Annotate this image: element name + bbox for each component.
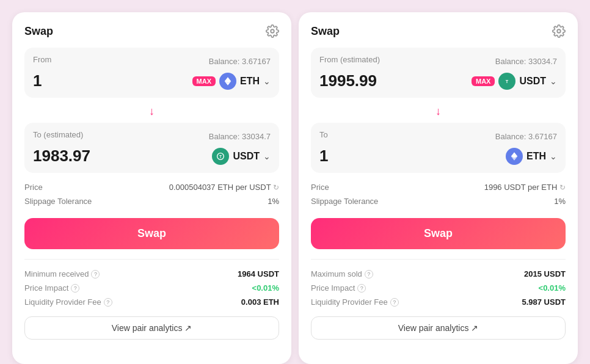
panel-1-slippage-row: Slippage Tolerance 1% [24, 194, 279, 208]
panel-1-divider [24, 259, 279, 260]
panel-2-max-button[interactable]: MAX [472, 76, 495, 86]
panel-1-from-amount: 1 [33, 71, 42, 90]
panel-2-header: Swap [311, 24, 566, 38]
panel-2-liquidity-fee-label: Liquidity Provider Fee ? [311, 297, 399, 307]
panel-1-from-label: From [33, 55, 51, 64]
panel-2-price-value: 1996 USDT per ETH ↻ [484, 183, 566, 192]
panel-1-header: Swap [24, 24, 279, 38]
panel-1-from-row: 1 MAX ETH ⌄ [33, 71, 271, 90]
panel-1-max-button[interactable]: MAX [192, 76, 216, 86]
panel-2-to-balance: Balance: 3.67167 [495, 132, 557, 141]
panel-1-slippage-label: Slippage Tolerance [24, 197, 92, 206]
panel-2-divider [311, 259, 566, 260]
panel-2-stats: Maximum sold ? 2015 USDT Price Impact ? … [311, 264, 566, 311]
panel-2-swap-arrow[interactable]: ↓ [435, 105, 441, 118]
panel-1-price-impact-value: <0.01% [252, 283, 279, 293]
swap-panel-2: Swap From (estimated) Balance: 33034.7 1… [299, 12, 578, 364]
panel-1-swap-arrow[interactable]: ↓ [149, 105, 155, 118]
panel-1-price-label: Price [24, 183, 43, 192]
svg-text:T: T [219, 154, 222, 158]
panel-1-refresh-icon[interactable]: ↻ [273, 183, 279, 192]
svg-point-0 [271, 29, 274, 33]
panel-2-to-row: 1 ETH ⌄ [319, 147, 557, 166]
panel-2-to-label: To [319, 130, 328, 139]
panel-1-to-row: 1983.97 T USDT ⌄ [33, 147, 271, 166]
svg-text:T: T [506, 78, 509, 84]
panel-2-swap-arrow-container: ↓ [311, 100, 566, 123]
panel-2-liquidity-fee-row: Liquidity Provider Fee ? 5.987 USDT [311, 295, 566, 309]
settings-icon-1[interactable] [266, 24, 279, 38]
panel-1-min-received-row: Minimum received ? 1964 USDT [24, 267, 279, 281]
panel-1-liquidity-fee-row: Liquidity Provider Fee ? 0.003 ETH [24, 295, 279, 309]
panel-2-view-analytics[interactable]: View pair analytics ↗ [311, 316, 566, 340]
panel-2-from-balance: Balance: 33034.7 [495, 57, 557, 66]
panel-1-from-section: From Balance: 3.67167 1 MAX ETH ⌄ [24, 48, 279, 98]
panel-1-min-received-help[interactable]: ? [91, 270, 100, 278]
panel-1-to-label: To (estimated) [33, 130, 83, 139]
panel-1-title: Swap [24, 25, 53, 38]
panel-2-title: Swap [311, 25, 340, 38]
panel-1-from-chevron[interactable]: ⌄ [263, 76, 271, 86]
settings-icon-2[interactable] [552, 24, 566, 38]
panel-2-from-section: From (estimated) Balance: 33034.7 1995.9… [311, 48, 566, 98]
panel-2-price-label: Price [311, 183, 329, 192]
panel-2-from-token-selector[interactable]: MAX T USDT ⌄ [472, 73, 557, 90]
panel-2-price-impact-value: <0.01% [539, 283, 566, 293]
panel-2-price-impact-row: Price Impact ? <0.01% [311, 281, 566, 295]
panel-1-to-balance: Balance: 33034.7 [209, 132, 271, 141]
panel-2-min-received-help[interactable]: ? [365, 270, 373, 278]
panel-1-from-balance: Balance: 3.67167 [209, 57, 271, 66]
panel-2-usdt-icon: T [498, 73, 515, 90]
panel-2-min-received-label: Maximum sold ? [311, 269, 373, 278]
panel-1-price-row: Price 0.000504037 ETH per USDT ↻ [24, 180, 279, 194]
panel-2-slippage-label: Slippage Tolerance [311, 197, 378, 206]
panel-1-to-chevron[interactable]: ⌄ [263, 151, 271, 161]
panel-2-from-label: From (estimated) [319, 55, 380, 64]
panel-2-min-received-row: Maximum sold ? 2015 USDT [311, 267, 566, 281]
panel-2-price-impact-label: Price Impact ? [311, 283, 366, 293]
panel-2-eth-icon [506, 148, 523, 165]
panel-2-to-amount: 1 [319, 147, 328, 166]
panel-1-from-token-name: ETH [240, 76, 260, 87]
panel-1-swap-arrow-container: ↓ [24, 100, 279, 123]
panel-2-liquidity-fee-help[interactable]: ? [390, 298, 399, 307]
panel-1-to-section: To (estimated) Balance: 33034.7 1983.97 … [24, 123, 279, 173]
panel-1-view-analytics[interactable]: View pair analytics ↗ [24, 316, 279, 340]
panel-1-slippage-value: 1% [268, 197, 279, 206]
panel-1-stats: Minimum received ? 1964 USDT Price Impac… [24, 264, 279, 311]
panel-2-from-chevron[interactable]: ⌄ [550, 76, 557, 86]
panel-1-price-impact-help[interactable]: ? [71, 284, 79, 293]
panel-2-to-token-name: ETH [526, 151, 546, 162]
panel-1-price-value: 0.000504037 ETH per USDT ↻ [169, 183, 279, 192]
panel-2-slippage-value: 1% [554, 197, 566, 206]
panel-2-price-impact-help[interactable]: ? [357, 284, 366, 293]
panel-2-to-section: To Balance: 3.67167 1 ETH ⌄ [311, 123, 566, 173]
panel-1-from-token-selector[interactable]: MAX ETH ⌄ [192, 73, 271, 90]
panel-2-from-amount: 1995.99 [319, 71, 377, 90]
swap-panel-1: Swap From Balance: 3.67167 1 MAX [12, 12, 291, 364]
panel-1-usdt-icon: T [212, 148, 229, 165]
panel-1-min-received-value: 1964 USDT [238, 269, 279, 278]
panels-container: Swap From Balance: 3.67167 1 MAX [6, 6, 584, 364]
panel-2-min-received-value: 2015 USDT [524, 269, 566, 278]
panel-2-refresh-icon[interactable]: ↻ [559, 183, 566, 192]
panel-2-to-chevron[interactable]: ⌄ [550, 151, 557, 161]
panel-1-price-impact-label: Price Impact ? [24, 283, 79, 293]
panel-1-liquidity-fee-value: 0.003 ETH [241, 297, 279, 307]
panel-2-from-row: 1995.99 MAX T USDT ⌄ [319, 71, 557, 90]
panel-2-to-token-selector[interactable]: ETH ⌄ [506, 148, 557, 165]
panel-1-to-amount: 1983.97 [33, 147, 90, 166]
panel-1-price-impact-row: Price Impact ? <0.01% [24, 281, 279, 295]
panel-2-info-rows: Price 1996 USDT per ETH ↻ Slippage Toler… [311, 175, 566, 211]
panel-1-to-token-name: USDT [233, 151, 260, 162]
panel-1-eth-icon [219, 73, 236, 90]
panel-1-liquidity-fee-help[interactable]: ? [104, 298, 112, 307]
panel-1-info-rows: Price 0.000504037 ETH per USDT ↻ Slippag… [24, 175, 279, 211]
panel-1-min-received-label: Minimum received ? [24, 269, 100, 278]
svg-point-5 [557, 29, 561, 33]
panel-1-to-token-selector[interactable]: T USDT ⌄ [212, 148, 271, 165]
panel-2-swap-button[interactable]: Swap [311, 218, 566, 249]
panel-2-price-row: Price 1996 USDT per ETH ↻ [311, 180, 566, 194]
panel-1-swap-button[interactable]: Swap [24, 218, 279, 249]
panel-2-liquidity-fee-value: 5.987 USDT [522, 297, 566, 307]
